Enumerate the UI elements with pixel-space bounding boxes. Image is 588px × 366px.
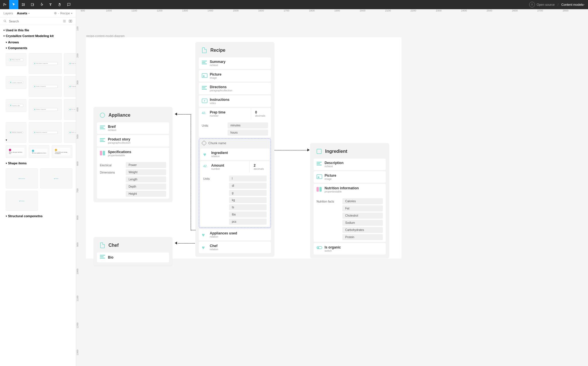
card-title: Appliance [108, 113, 130, 118]
svg-rect-0 [3, 3, 4, 4]
svg-point-9 [4, 20, 5, 22]
svg-point-6 [531, 4, 532, 5]
search-input[interactable] [9, 20, 60, 23]
svg-rect-2 [3, 5, 4, 6]
component-thumb[interactable]: Paragraph collection [64, 76, 76, 97]
heart-icon: ♥ [202, 245, 207, 250]
ruler-vertical: 1002003004005006007008009001000110012001… [76, 15, 81, 366]
card-title: Chef [108, 243, 119, 248]
dialogue-thumb[interactable]: Whoa, slow your fast fixes rider [6, 145, 26, 158]
dialogue-thumb[interactable]: These fields are missing translations [52, 145, 72, 158]
chevron-down-icon[interactable]: ▾ [583, 3, 585, 6]
main-menu-button[interactable]: ▾ [0, 0, 9, 9]
card-title: Ingredient [325, 149, 347, 154]
move-tool[interactable] [9, 0, 18, 9]
text-tool[interactable] [46, 0, 55, 9]
canvas-viewport[interactable]: 9001000110012001300140015001600170018001… [76, 9, 588, 366]
switch-icon [317, 246, 322, 249]
component-thumb[interactable]: Selection component [6, 122, 26, 143]
component-thumb[interactable]: Body component [6, 53, 26, 66]
breadcrumb-file[interactable]: Content models [561, 3, 583, 6]
dialogue-thumb[interactable]: We have updated our terms [29, 145, 49, 158]
tab-layers[interactable]: Layers [3, 11, 13, 15]
hand-tool[interactable] [55, 0, 64, 9]
card-recipe[interactable]: Recipe Summaryrichtext Pictureimage Dire… [195, 42, 274, 257]
card-chef[interactable]: Chef Bio [94, 237, 172, 266]
component-thumb[interactable]: Grid relation component [29, 53, 62, 74]
svg-point-8 [55, 13, 56, 14]
product-icon [100, 113, 105, 118]
card-title: Recipe [210, 48, 225, 53]
shape-tool[interactable]: ▾ [28, 0, 37, 9]
tab-assets[interactable]: Assets [17, 11, 27, 15]
component-thumb[interactable]: Rich text component [64, 99, 76, 120]
svg-rect-10 [69, 20, 70, 22]
svg-rect-1 [3, 4, 4, 5]
chunk-container[interactable]: Chunk name ♥Ingredientrelation 42.Amount… [199, 138, 271, 228]
ruler-horizontal: 9001000110012001300140015001600170018001… [81, 9, 588, 15]
heart-icon: ♥ [203, 152, 208, 157]
component-thumb[interactable]: Relation component [29, 99, 62, 120]
card-ingredient[interactable]: Ingredient Descriptionrichtext Pictureim… [310, 143, 389, 258]
page-selector[interactable]: - Recipe ▾ [54, 11, 72, 15]
chunk-icon [201, 140, 207, 146]
component-thumb[interactable]: Properties table [6, 99, 26, 112]
shape-thumb[interactable]: ◆ Product [6, 191, 38, 211]
breadcrumb-project[interactable]: Open source [537, 3, 555, 6]
pen-tool[interactable]: ▾ [37, 0, 46, 9]
folder-icon [317, 149, 322, 154]
shape-thumb[interactable]: ◆ Folder [40, 168, 72, 188]
left-panel: Layers Assets • - Recipe ▾ Used in this … [0, 9, 76, 366]
top-toolbar: ▾ ▾ ▾ ▾ Open source / Content models ▾ [0, 0, 588, 9]
section-kit[interactable]: Crystallize Content Modeling kit [3, 33, 72, 39]
section-structural[interactable]: Structural componetns [6, 213, 72, 219]
component-thumb[interactable]: Image component [64, 53, 76, 74]
shape-thumb[interactable]: ◆ Document [6, 168, 38, 188]
component-thumb[interactable]: Single line component [29, 122, 62, 143]
library-icon[interactable] [69, 19, 72, 23]
comment-tool[interactable] [64, 0, 73, 9]
section-used[interactable]: Used in this file [3, 27, 72, 33]
svg-rect-11 [71, 20, 72, 22]
frame-tool[interactable]: ▾ [18, 0, 28, 9]
user-avatar-icon[interactable] [529, 2, 535, 7]
list-view-icon[interactable] [63, 19, 66, 23]
component-thumb[interactable]: Location component [6, 76, 26, 89]
component-thumb[interactable]: Switch component [64, 122, 76, 143]
section-shapes[interactable]: Shape items [6, 160, 72, 166]
card-appliance[interactable]: Appliance Breifrichtext Product storypar… [94, 107, 172, 202]
section-arrows[interactable]: Arrows [6, 39, 72, 45]
search-icon [3, 20, 7, 23]
heart-icon: ♥ [202, 232, 207, 237]
component-thumb[interactable]: Number component [29, 76, 62, 97]
section-components[interactable]: Components [6, 45, 72, 51]
